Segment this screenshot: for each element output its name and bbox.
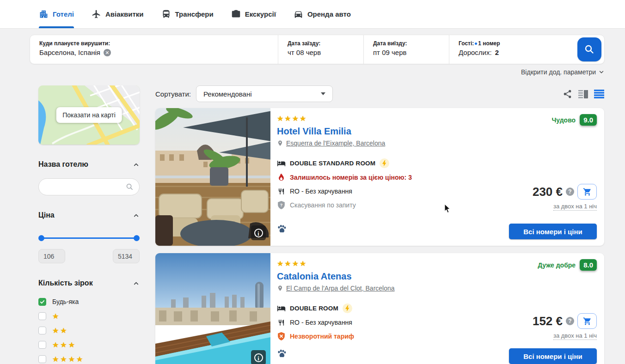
price-slider-track: [40, 237, 138, 239]
tariff-row: Незворотний тариф: [277, 332, 502, 341]
instant-confirmation-icon: [343, 303, 352, 313]
hotel-location-link[interactable]: El Camp de l'Arpa del Clot, Barcelona: [286, 285, 395, 292]
rating-block: Чудово 9.0: [551, 114, 597, 126]
hotel-photo-pool: [155, 253, 270, 364]
building-icon: [39, 9, 49, 19]
price-slider-min-handle[interactable]: [38, 235, 44, 241]
destination-field[interactable]: Куди плануєте вирушити: Барселона, Іспан…: [30, 35, 278, 64]
adults-label: Дорослих:: [459, 49, 492, 56]
caret-down-icon: [321, 92, 325, 95]
star-option-label: ★: [52, 312, 60, 321]
tab-excursions[interactable]: Екскурсії: [231, 0, 276, 28]
chevron-up-icon: [133, 280, 140, 287]
price-slider-max-handle[interactable]: [134, 235, 140, 241]
guests-field[interactable]: Гості: 1 номер Дорослих: 2: [449, 35, 577, 64]
svg-text:?: ?: [280, 203, 283, 207]
hotel-location-link[interactable]: Esquerra de l'Eixample, Barcelona: [286, 140, 385, 147]
location-pin-icon: [277, 285, 283, 291]
top-navigation: Готелі Авіаквитки Трансфери Екскурсії Ор…: [0, 0, 625, 29]
all-rooms-button[interactable]: Всі номери і ціни: [509, 348, 597, 364]
photo-info-icon[interactable]: i: [251, 225, 266, 240]
rating-label: Дуже добре: [538, 261, 576, 269]
all-rooms-button[interactable]: Всі номери і ціни: [509, 224, 597, 239]
price-filter-header[interactable]: Ціна: [38, 211, 140, 219]
plane-icon: [92, 9, 101, 19]
meal-icon: [278, 319, 285, 327]
share-icon[interactable]: [563, 89, 572, 99]
cart-icon: [583, 317, 592, 326]
hotel-stars: ★★★★: [277, 259, 502, 268]
checkbox-icon[interactable]: [38, 312, 46, 320]
non-refundable-text: Незворотний тариф: [290, 333, 354, 340]
tab-flights[interactable]: Авіаквитки: [92, 0, 144, 28]
list-view-icon[interactable]: [594, 90, 604, 98]
checkbox-icon[interactable]: [38, 355, 46, 363]
tab-hotels[interactable]: Готелі: [39, 0, 74, 28]
hotel-name-filter-header[interactable]: Назва готелю: [38, 160, 140, 169]
checkin-field[interactable]: Дата заїзду: чт 08 черв: [278, 35, 363, 64]
price-info-icon[interactable]: ?: [566, 317, 574, 325]
room-type-row: DOUBLE ROOM: [277, 303, 502, 313]
checkin-label: Дата заїзду:: [288, 40, 363, 47]
star-option-label: Будь-яка: [52, 298, 79, 305]
extra-params-link[interactable]: Відкрити дод. параметри: [521, 68, 605, 76]
extra-params-label: Відкрити дод. параметри: [521, 68, 596, 76]
chevron-up-icon: [133, 212, 140, 219]
price-min-input[interactable]: [38, 249, 65, 263]
clear-destination-icon[interactable]: ✕: [104, 49, 111, 56]
stars-filter-header[interactable]: Кількість зірок: [38, 279, 140, 287]
checkbox-icon[interactable]: [38, 341, 46, 349]
hotel-name-link[interactable]: Hotel Villa Emilia: [277, 126, 502, 137]
tab-label: Готелі: [53, 10, 74, 18]
shield-x-icon: [277, 332, 285, 340]
chevron-down-icon: [598, 69, 605, 75]
tab-label: Оренда авто: [307, 10, 351, 18]
star-option-label: ★★★: [52, 340, 76, 349]
meal-plan-text: RO - Без харчування: [290, 319, 352, 326]
photo-info-icon[interactable]: i: [251, 350, 266, 364]
price-filter: Ціна: [38, 211, 140, 263]
star-option-2[interactable]: ★★: [38, 325, 140, 335]
add-to-cart-button[interactable]: [577, 184, 597, 200]
search-button[interactable]: [577, 37, 601, 61]
meal-plan-text: RO - Без харчування: [290, 188, 352, 195]
price-note: за двох на 1 ніч: [553, 203, 597, 211]
hotel-photo[interactable]: i: [155, 108, 270, 246]
cart-icon: [583, 188, 592, 196]
checkout-label: Дата виїзду:: [373, 40, 449, 47]
hotel-name-input[interactable]: [38, 178, 140, 195]
star-option-3[interactable]: ★★★: [38, 340, 140, 350]
rating-block: Дуже добре 8.0: [538, 259, 597, 271]
tab-transfers[interactable]: Трансфери: [161, 0, 214, 28]
rooms-left-text: Залишилось номерів за цією ціною: 3: [290, 174, 412, 181]
hotel-name-link[interactable]: Catalonia Atenas: [277, 271, 502, 282]
star-option-4[interactable]: ★★★★: [38, 354, 140, 364]
meal-icon: [278, 188, 285, 195]
checkout-field[interactable]: Дата виїзду: пт 09 черв: [363, 35, 449, 64]
dot-separator-icon: [475, 42, 477, 45]
price-max-input[interactable]: [113, 249, 140, 263]
bed-icon: [277, 159, 286, 168]
sort-label: Сортувати:: [155, 90, 191, 98]
rating-score-badge: 8.0: [580, 259, 597, 271]
checkbox-checked-icon[interactable]: [38, 298, 46, 306]
room-type: DOUBLE ROOM: [290, 305, 338, 312]
show-on-map-button[interactable]: Показати на карті: [56, 107, 122, 123]
chevron-up-icon: [133, 161, 140, 168]
hotel-photo[interactable]: i: [155, 253, 270, 364]
add-to-cart-button[interactable]: [577, 313, 597, 329]
meal-row: RO - Без харчування: [277, 187, 502, 196]
pets-allowed-icon: [277, 349, 502, 360]
star-option-label: ★★★★: [52, 355, 84, 364]
tab-car-rental[interactable]: Оренда авто: [294, 0, 351, 28]
star-option-any[interactable]: Будь-яка: [38, 297, 140, 307]
hotel-name-filter-title: Назва готелю: [38, 160, 88, 169]
tab-label: Трансфери: [175, 10, 214, 18]
price-info-icon[interactable]: ?: [566, 188, 574, 196]
grid-view-icon[interactable]: [578, 90, 588, 98]
star-option-1[interactable]: ★: [38, 311, 140, 321]
map-preview[interactable]: Показати на карті: [38, 85, 140, 145]
checkbox-icon[interactable]: [38, 327, 46, 334]
hotel-price: 152 €: [533, 314, 563, 328]
sort-dropdown[interactable]: Рекомендовані: [196, 85, 333, 102]
